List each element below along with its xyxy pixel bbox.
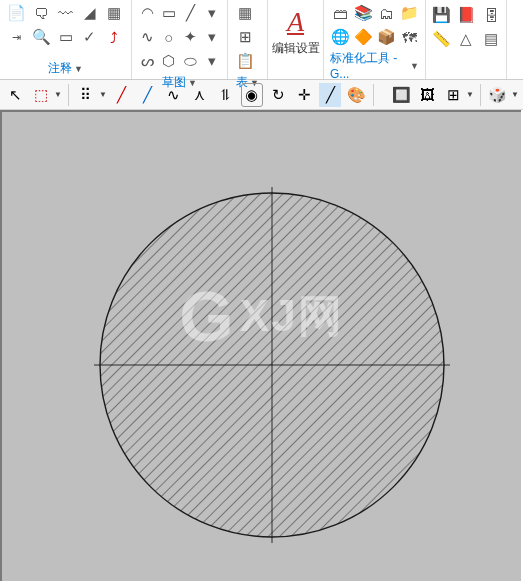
dropdown-icon[interactable]: ▼ — [466, 90, 474, 99]
hex-icon[interactable]: ⬡ — [160, 50, 179, 72]
view-icon[interactable]: 🖼 — [416, 83, 438, 107]
annotation-icons: 📄 🗨 〰 ◢ ▦ ⇥ 🔍 ▭ ✓ ⤴ — [6, 2, 125, 48]
stack-icon[interactable]: 🗄 — [480, 4, 502, 26]
secondary-toolbar: ↖ ⬚ ▼ ⠿ ▼ ╱ ╱ ∿ ⋏ ⥮ ◉ ↻ ✛ ╱ 🎨 🔲 🖼 ⊞ ▼ 🎲 … — [0, 80, 523, 110]
wave-icon[interactable]: 〰 — [55, 2, 76, 24]
sketch-icons: ◠ ▭ ╱ ▾ ∿ ○ ✦ ▾ ᔕ ⬡ ⬭ ▾ — [138, 2, 221, 72]
std-icon-8[interactable]: 🗺 — [399, 26, 419, 48]
circle-icon[interactable]: ○ — [160, 26, 179, 48]
ribbon-label-std[interactable]: 标准化工具 - G... ▼ — [330, 48, 419, 81]
rotate-icon[interactable]: ↻ — [267, 83, 289, 107]
check-icon[interactable]: ✓ — [79, 26, 100, 48]
person-icon[interactable]: ⋏ — [189, 83, 211, 107]
layer-icon[interactable]: ▤ — [480, 28, 502, 50]
separator — [373, 84, 374, 106]
rect-icon[interactable]: ▭ — [160, 2, 179, 24]
ribbon-group-std-tools: 🗃 📚 🗂 📁 🌐 🔶 📦 🗺 标准化工具 - G... ▼ — [324, 0, 426, 79]
zoom-out-icon[interactable]: 🔍 — [30, 26, 51, 48]
surface-icon[interactable]: ◢ — [79, 2, 100, 24]
dropdown-icon[interactable]: ▼ — [511, 90, 519, 99]
edit-settings-icon: A — [287, 6, 304, 38]
std-icon-3[interactable]: 🗂 — [376, 2, 396, 24]
red-line-icon[interactable]: ╱ — [111, 83, 133, 107]
edit-settings-label: 编辑设置 — [272, 40, 320, 57]
spline-icon[interactable]: ∿ — [138, 26, 157, 48]
ribbon-group-annotation: 📄 🗨 〰 ◢ ▦ ⇥ 🔍 ▭ ✓ ⤴ 注释 ▼ — [0, 0, 132, 79]
point-icon[interactable]: ✦ — [181, 26, 200, 48]
note-icon[interactable]: 📄 — [6, 2, 27, 24]
ribbon: 📄 🗨 〰 ◢ ▦ ⇥ 🔍 ▭ ✓ ⤴ 注释 ▼ ◠ ▭ ╱ — [0, 0, 523, 80]
separator — [68, 84, 69, 106]
blue-line-icon[interactable]: ╱ — [137, 83, 159, 107]
circle-target-icon[interactable]: ◉ — [241, 83, 263, 107]
tool-icon-a[interactable]: ▾ — [203, 2, 222, 24]
ruler-icon[interactable]: 📏 — [430, 28, 452, 50]
std-icon-5[interactable]: 🌐 — [330, 26, 350, 48]
ribbon-group-edit-settings: A 编辑设置 — [268, 0, 324, 79]
std-icon-7[interactable]: 📦 — [376, 26, 396, 48]
tool-icon-c[interactable]: ▾ — [203, 50, 222, 72]
pointer-icon[interactable]: ↖ — [4, 83, 26, 107]
sketch-svg — [2, 112, 523, 583]
drawing-canvas[interactable]: G XJ网 — [0, 110, 521, 581]
grid-points-icon[interactable]: ⠿ — [75, 83, 97, 107]
std-icon-2[interactable]: 📚 — [353, 2, 373, 24]
dropdown-icon: ▼ — [74, 64, 83, 74]
book-icon[interactable]: 📕 — [455, 4, 477, 26]
ellipse-icon[interactable]: ⬭ — [181, 50, 200, 72]
std-icon-6[interactable]: 🔶 — [353, 26, 373, 48]
plus-icon[interactable]: ✛ — [293, 83, 315, 107]
std-label-text: 标准化工具 - G... — [330, 50, 408, 81]
arc-icon[interactable]: ◠ — [138, 2, 157, 24]
bom-icon[interactable]: 📋 — [234, 50, 256, 72]
balloon-icon[interactable]: 🗨 — [30, 2, 51, 24]
line-icon[interactable]: ╱ — [181, 2, 200, 24]
dropdown-icon[interactable]: ▼ — [54, 90, 62, 99]
std-icon-4[interactable]: 📁 — [399, 2, 419, 24]
annotation-label-text: 注释 — [48, 60, 72, 77]
highlight-line-icon[interactable]: ╱ — [319, 83, 341, 107]
narrow-icon[interactable]: ⇥ — [6, 26, 27, 48]
zoom-window-icon[interactable]: 🔲 — [390, 83, 412, 107]
ribbon-group-sketch: ◠ ▭ ╱ ▾ ∿ ○ ✦ ▾ ᔕ ⬡ ⬭ ▾ 草图 ▼ — [132, 0, 228, 79]
ribbon-group-table: ▦ ⊞ 📋 表 ▼ — [228, 0, 268, 79]
table-grid-icon[interactable]: ⊞ — [234, 26, 256, 48]
save-icon[interactable]: 💾 — [430, 4, 452, 26]
palette-icon[interactable]: 🎨 — [345, 83, 367, 107]
table-icon[interactable]: ▦ — [234, 2, 256, 24]
std-icon-1[interactable]: 🗃 — [330, 2, 350, 24]
separator — [480, 84, 481, 106]
select-rect-icon[interactable]: ⬚ — [30, 83, 52, 107]
hatch-icon[interactable]: ▦ — [104, 2, 125, 24]
edit-settings-button[interactable]: A 编辑设置 — [271, 2, 321, 57]
anchor-icon[interactable]: ⥮ — [215, 83, 237, 107]
table-icons: ▦ ⊞ 📋 — [234, 2, 261, 72]
tool-icon-b[interactable]: ▾ — [203, 26, 222, 48]
std-icons: 🗃 📚 🗂 📁 🌐 🔶 📦 🗺 — [330, 2, 419, 48]
dropdown-icon: ▼ — [410, 61, 419, 71]
weld-icon[interactable]: ⤴ — [104, 26, 125, 48]
ribbon-right-cluster-1: 💾 📕 🗄 📏 △ ▤ — [426, 0, 507, 79]
curve-icon[interactable]: ᔕ — [138, 50, 157, 72]
ribbon-label-annotation[interactable]: 注释 ▼ — [48, 58, 83, 77]
datum-icon[interactable]: ▭ — [55, 26, 76, 48]
color-cube-icon[interactable]: 🎲 — [487, 83, 509, 107]
wave-tool-icon[interactable]: ∿ — [163, 83, 185, 107]
triangle-icon[interactable]: △ — [455, 28, 477, 50]
grid-view-icon[interactable]: ⊞ — [442, 83, 464, 107]
dropdown-icon[interactable]: ▼ — [99, 90, 107, 99]
